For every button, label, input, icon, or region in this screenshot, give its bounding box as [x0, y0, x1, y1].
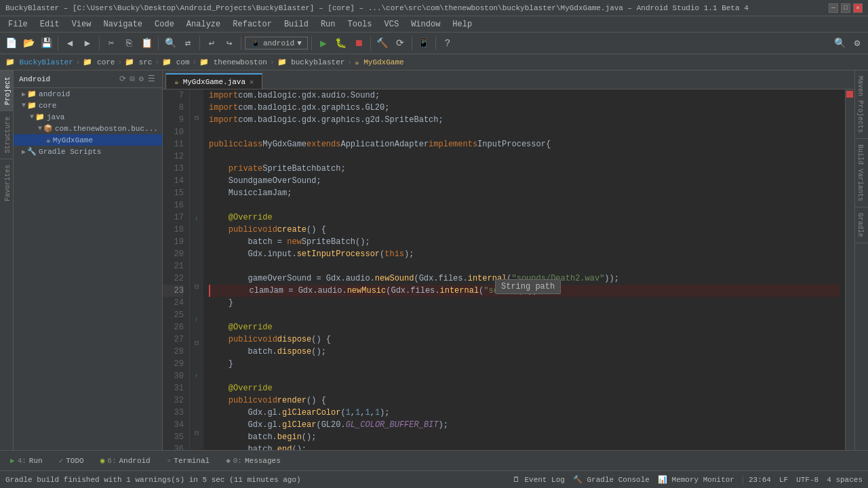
tree-item-package[interactable]: ▼ 📦 com.thenewboston.buc... [14, 123, 162, 134]
tree-arrow-package: ▼ [38, 125, 42, 132]
editor-tab-mygdxgame[interactable]: ☕ MyGdxGame.java ✕ [165, 73, 262, 89]
bc-com[interactable]: 📁 com [162, 58, 189, 66]
menu-edit[interactable]: Edit [35, 18, 65, 30]
linenum-23: 23 [163, 285, 184, 297]
new-button[interactable]: 📄 [3, 35, 19, 52]
open-button[interactable]: 📂 [20, 35, 37, 52]
cut-button[interactable]: ✂ [103, 35, 119, 52]
tree-gear-btn[interactable]: ☰ [146, 73, 157, 85]
status-bar: Gradle build finished with 1 warnings(s)… [0, 470, 868, 488]
panel-tab-structure[interactable]: Structure [0, 110, 13, 159]
redo-button[interactable]: ↪ [221, 35, 237, 52]
gradle-console-btn[interactable]: 🔨 Gradle Console [573, 475, 650, 484]
minimize-button[interactable]: ─ [829, 3, 838, 13]
menu-view[interactable]: View [66, 18, 97, 30]
maximize-button[interactable]: □ [841, 3, 850, 13]
messages-tab-num: 0: [233, 457, 242, 465]
bottom-tab-todo[interactable]: ✓ TODO [52, 453, 92, 468]
menu-file[interactable]: File [3, 18, 33, 30]
menu-analyze[interactable]: Analyze [181, 18, 226, 30]
search-everywhere-button[interactable]: 🔍 [831, 35, 848, 52]
find-button[interactable]: 🔍 [162, 35, 178, 52]
event-log-icon: 🗒 [513, 476, 520, 484]
tree-item-mygdxgame[interactable]: ☕ MyGdxGame [14, 134, 162, 146]
code-editor[interactable]: import com.badlogic.gdx.audio.Sound; imp… [203, 89, 845, 450]
tree-sync-btn[interactable]: ⟳ [118, 73, 127, 85]
code-line-29: } [209, 358, 840, 370]
tree-arrow-gradle: ▶ [22, 148, 26, 156]
terminal-tab-label: Terminal [174, 457, 210, 465]
panel-tab-maven[interactable]: Maven Projects [855, 70, 868, 139]
tree-item-core[interactable]: ▼ 📁 core [14, 100, 162, 111]
save-button[interactable]: 💾 [38, 35, 54, 52]
android-config-dropdown[interactable]: 📱 android ▼ [245, 37, 308, 49]
sync-button[interactable]: ⟳ [392, 35, 408, 52]
linenum-19: 19 [163, 236, 184, 248]
menu-vcs[interactable]: VCS [379, 18, 405, 30]
undo-button[interactable]: ↩ [203, 35, 220, 52]
help-toolbar-button[interactable]: ? [439, 35, 456, 52]
debug-button[interactable]: 🐛 [333, 35, 349, 52]
editor-area[interactable]: 7 8 9 10 11 12 13 14 15 16 17 18 19 20 2… [163, 89, 854, 450]
linenum-18: 18 [163, 224, 184, 236]
code-line-9: import com.badlogic.gdx.graphics.g2d.Spr… [209, 114, 840, 126]
device-button[interactable]: 📱 [416, 35, 432, 52]
left-panel-tabs: Project Structure Favorites [0, 70, 14, 450]
bottom-tab-run[interactable]: ▶ 4: Run [3, 453, 50, 468]
editor-tab-close[interactable]: ✕ [250, 78, 254, 86]
toolbar-separator-3 [158, 37, 159, 50]
memory-monitor-btn[interactable]: 📊 Memory Monitor [658, 475, 734, 484]
menu-window[interactable]: Window [406, 18, 446, 30]
panel-tab-project[interactable]: Project [0, 70, 13, 110]
tree-item-android[interactable]: ▶ 📁 android [14, 88, 162, 100]
panel-tab-favorites[interactable]: Favorites [0, 159, 13, 207]
forward-button[interactable]: ▶ [79, 35, 96, 52]
tree-item-java[interactable]: ▼ 📁 java [14, 111, 162, 123]
menu-navigate[interactable]: Navigate [98, 18, 148, 30]
bottom-tab-terminal[interactable]: ▫ Terminal [159, 454, 217, 468]
replace-button[interactable]: ⇄ [180, 35, 196, 52]
menu-tools[interactable]: Tools [342, 18, 378, 30]
bc-thenewboston[interactable]: 📁 thenewboston [199, 58, 267, 66]
close-button[interactable]: ✕ [853, 3, 863, 13]
run-button[interactable]: ▶ [315, 35, 332, 52]
linenum-27: 27 [163, 333, 184, 346]
toolbar-separator-9 [435, 37, 436, 50]
code-line-12 [209, 150, 840, 163]
gradle-folder-icon: 🔧 [27, 147, 37, 156]
bottom-tab-messages[interactable]: ◆ 0: Messages [218, 453, 288, 468]
bc-buckyblaster[interactable]: 📁 BuckyBlaster [5, 58, 73, 66]
menu-run[interactable]: Run [315, 18, 341, 30]
build-button[interactable]: 🔨 [374, 35, 391, 52]
panel-tab-gradle[interactable]: Gradle [855, 207, 868, 243]
file-tree: Android ⟳ ⊟ ⚙ ☰ ▶ 📁 android ▼ 📁 core ▼ 📁… [14, 70, 163, 450]
menu-code[interactable]: Code [149, 18, 180, 30]
encoding[interactable]: UTF-8 [796, 476, 818, 484]
copy-button[interactable]: ⎘ [121, 35, 137, 52]
paste-button[interactable]: 📋 [138, 35, 155, 52]
bc-src[interactable]: 📁 src [125, 58, 152, 66]
android-tab-icon: ◉ [100, 456, 105, 465]
tree-collapse-btn[interactable]: ⊟ [129, 73, 136, 85]
linenum-35: 35 [163, 431, 184, 443]
back-button[interactable]: ◀ [62, 35, 78, 52]
tree-item-gradle-scripts[interactable]: ▶ 🔧 Gradle Scripts [14, 146, 162, 157]
settings-button[interactable]: ⚙ [849, 35, 865, 52]
tree-arrow-java: ▼ [30, 113, 34, 121]
bc-mygdxgame[interactable]: ☕ MyGdxGame [355, 58, 404, 66]
error-indicator[interactable] [846, 91, 853, 98]
menu-refactor[interactable]: Refactor [227, 18, 277, 30]
run-tab-num: 4: [18, 457, 26, 465]
panel-tab-build-variants[interactable]: Build Variants [855, 139, 868, 207]
stop-button[interactable]: ⏹ [351, 35, 367, 52]
line-endings[interactable]: LF [779, 476, 788, 484]
bc-buckyblaster2[interactable]: 📁 buckyblaster [277, 58, 345, 66]
linenum-13: 13 [163, 163, 184, 175]
bottom-tab-android[interactable]: ◉ 6: Android [93, 453, 158, 468]
menu-build[interactable]: Build [279, 18, 314, 30]
tree-settings-btn[interactable]: ⚙ [138, 73, 145, 85]
bc-core[interactable]: 📁 core [83, 58, 115, 66]
event-log-btn[interactable]: 🗒 Event Log [513, 475, 565, 484]
menu-help[interactable]: Help [447, 18, 477, 30]
tooltip-text: String path [501, 282, 555, 291]
